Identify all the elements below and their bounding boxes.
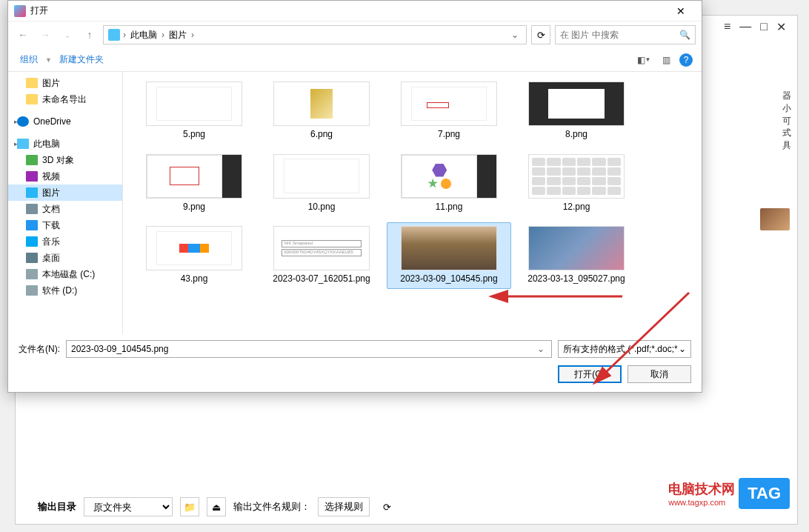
file-thumbnail xyxy=(401,226,497,270)
file-name-label: 5.png xyxy=(183,129,205,141)
file-thumbnail xyxy=(273,82,370,126)
sidebar-item-label: OneDrive xyxy=(33,116,71,127)
sidebar-item-label: 未命名导出 xyxy=(42,93,87,106)
bg-hamburger-icon[interactable]: ≡ xyxy=(724,20,730,33)
bg-thumbnail xyxy=(760,208,790,230)
new-folder-button[interactable]: 新建文件夹 xyxy=(56,53,107,66)
output-folder-select[interactable]: 原文件夹 xyxy=(84,497,173,516)
sidebar-item-label: 下载 xyxy=(42,219,60,232)
file-name-label: 2023-03-13_095027.png xyxy=(527,273,625,285)
file-item[interactable]: NIK Snapseed600000T9D4DV45XQYKKAAEU85202… xyxy=(259,222,384,289)
disk-icon xyxy=(26,269,38,279)
refresh-rule-icon[interactable]: ⟳ xyxy=(377,497,396,516)
file-thumbnail: NIK Snapseed600000T9D4DV45XQYKKAAEU85 xyxy=(273,226,370,270)
file-item[interactable]: 5.png xyxy=(132,78,256,144)
sidebar-item-此电脑[interactable]: ▸此电脑 xyxy=(8,136,122,152)
sidebar-item-3D 对象[interactable]: 3D 对象 xyxy=(8,152,122,168)
file-list-area[interactable]: 5.png6.png7.png8.png9.png10.png11.png12.… xyxy=(123,72,702,334)
close-icon[interactable]: ✕ xyxy=(666,5,696,17)
breadcrumb[interactable]: › 此电脑 › 图片 › ⌄ xyxy=(103,25,527,44)
file-item[interactable]: 2023-03-09_104545.png xyxy=(387,222,511,289)
watermark-text: 电脑技术网 xyxy=(668,482,735,496)
cancel-button[interactable]: 取消 xyxy=(627,365,691,383)
file-item[interactable]: 7.png xyxy=(387,78,511,144)
sidebar-item-桌面[interactable]: 桌面 xyxy=(8,250,122,266)
sidebar-item-label: 图片 xyxy=(42,77,60,90)
help-icon[interactable]: ? xyxy=(679,53,693,67)
file-item[interactable]: 8.png xyxy=(514,78,639,144)
sidebar-item-未命名导出[interactable]: 未命名导出 xyxy=(8,91,122,107)
file-item[interactable]: 10.png xyxy=(259,150,384,217)
folder-icon[interactable]: 📁 xyxy=(180,497,199,516)
organize-menu[interactable]: 组织 xyxy=(17,53,41,66)
sidebar-item-视频[interactable]: 视频 xyxy=(8,168,122,184)
nav-up-icon[interactable]: ↑ xyxy=(81,26,99,44)
breadcrumb-current[interactable]: 图片 xyxy=(167,29,188,41)
dialog-title: 打开 xyxy=(30,4,666,17)
sidebar-item-图片[interactable]: 图片 xyxy=(8,184,122,201)
path-dropdown-icon[interactable]: ⌄ xyxy=(508,30,522,40)
file-thumbnail xyxy=(146,154,242,199)
sidebar-item-本地磁盘 (C:)[interactable]: 本地磁盘 (C:) xyxy=(8,266,122,282)
file-item[interactable]: 2023-03-13_095027.png xyxy=(514,222,639,289)
dialog-nav: ← → ⌄ ↑ › 此电脑 › 图片 › ⌄ ⟳ 🔍 xyxy=(8,21,702,48)
app-icon xyxy=(14,5,26,17)
nav-recent-icon[interactable]: ⌄ xyxy=(59,26,76,44)
file-thumbnail xyxy=(146,226,242,270)
filename-input[interactable] xyxy=(71,344,535,354)
sidebar-item-音乐[interactable]: 音乐 xyxy=(8,233,122,250)
open-button[interactable]: 打开(O) xyxy=(558,365,622,383)
watermark-url: www.tagxp.com xyxy=(668,498,735,507)
nav-back-icon[interactable]: ← xyxy=(14,26,32,44)
nav-forward-icon[interactable]: → xyxy=(36,26,54,44)
sidebar-item-OneDrive[interactable]: ▸OneDrive xyxy=(8,113,122,130)
preview-pane-icon[interactable]: ▥ xyxy=(657,51,675,69)
expand-icon[interactable]: ▸ xyxy=(14,140,18,147)
dialog-titlebar: 打开 ✕ xyxy=(8,1,702,21)
chevron-right-icon: › xyxy=(191,30,194,40)
sidebar-item-文档[interactable]: 文档 xyxy=(8,201,122,217)
dialog-body: 图片未命名导出▸OneDrive▸此电脑3D 对象视频图片文档下载音乐桌面本地磁… xyxy=(8,72,702,334)
file-item[interactable]: 6.png xyxy=(259,78,384,144)
file-name-label: 2023-03-09_104545.png xyxy=(400,273,497,285)
file-name-label: 10.png xyxy=(308,202,336,213)
file-name-label: 12.png xyxy=(563,202,590,213)
bg-maximize-icon[interactable]: □ xyxy=(760,20,768,33)
pc-icon xyxy=(108,29,120,41)
file-name-label: 2023-03-07_162051.png xyxy=(273,273,370,285)
search-box[interactable]: 🔍 xyxy=(555,25,696,44)
chevron-right-icon: › xyxy=(123,30,126,40)
search-input[interactable] xyxy=(560,30,679,40)
file-name-label: 8.png xyxy=(565,129,587,141)
chevron-right-icon: › xyxy=(162,30,164,40)
file-name-label: 11.png xyxy=(436,202,463,213)
sidebar-item-软件 (D:)[interactable]: 软件 (D:) xyxy=(8,282,122,299)
file-item[interactable]: 43.png xyxy=(132,222,256,289)
disk-icon xyxy=(26,285,38,296)
file-thumbnail xyxy=(401,82,497,126)
refresh-icon[interactable]: ⟳ xyxy=(531,25,550,44)
expand-icon[interactable]: ▸ xyxy=(14,118,18,125)
filename-dropdown-icon[interactable]: ⌄ xyxy=(535,344,547,354)
file-thumbnail xyxy=(528,154,625,199)
rule-label: 输出文件名规则： xyxy=(233,500,310,513)
file-item[interactable]: 11.png xyxy=(387,150,511,217)
sidebar-item-下载[interactable]: 下载 xyxy=(8,217,122,233)
sidebar-item-label: 软件 (D:) xyxy=(42,285,77,297)
sidebar-item-label: 此电脑 xyxy=(33,138,60,150)
open-folder-icon[interactable]: ⏏ xyxy=(207,497,226,516)
breadcrumb-root[interactable]: 此电脑 xyxy=(129,29,159,41)
bg-close-icon[interactable]: ✕ xyxy=(776,20,786,34)
file-thumbnail xyxy=(401,154,497,199)
sidebar-item-图片[interactable]: 图片 xyxy=(8,75,122,91)
file-item[interactable]: 9.png xyxy=(132,150,256,217)
file-item[interactable]: 12.png xyxy=(514,150,639,217)
file-type-filter[interactable]: 所有支持的格式 (*.pdf;*.doc;*. ⌄ xyxy=(558,340,691,358)
bg-minimize-icon[interactable]: — xyxy=(739,20,751,33)
file-open-dialog: 打开 ✕ ← → ⌄ ↑ › 此电脑 › 图片 › ⌄ ⟳ 🔍 组织 ▼ 新建文… xyxy=(7,0,702,393)
search-icon[interactable]: 🔍 xyxy=(679,30,690,40)
sidebar-item-label: 音乐 xyxy=(42,236,60,248)
view-mode-icon[interactable]: ◧ ▼ xyxy=(635,51,653,69)
select-rule-button[interactable]: 选择规则 xyxy=(318,497,370,516)
desk-icon xyxy=(26,253,38,263)
